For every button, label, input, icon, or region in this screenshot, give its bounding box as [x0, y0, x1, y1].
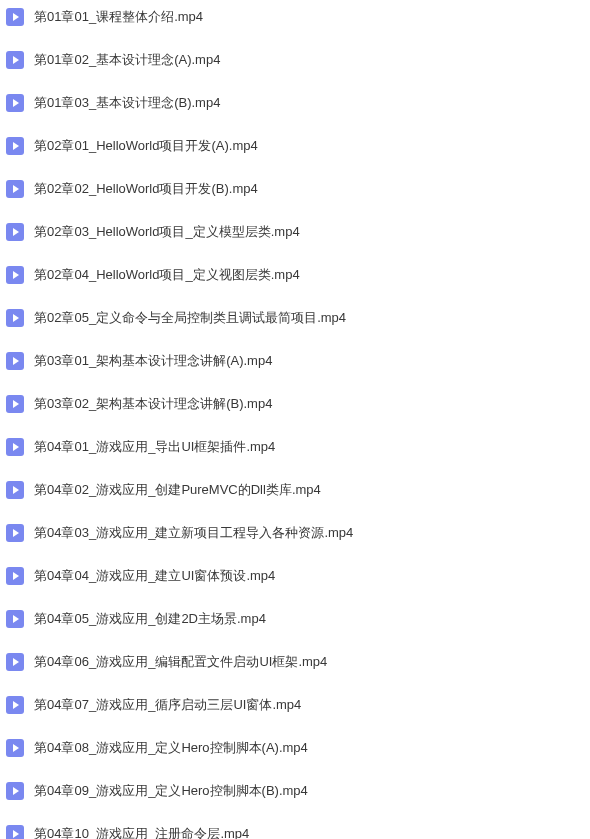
play-triangle-icon — [13, 486, 19, 494]
file-name-label: 第02章02_HelloWorld项目开发(B).mp4 — [34, 181, 258, 197]
play-triangle-icon — [13, 13, 19, 21]
file-name-label: 第04章04_游戏应用_建立UI窗体预设.mp4 — [34, 568, 275, 584]
file-item[interactable]: 第04章02_游戏应用_创建PureMVC的Dll类库.mp4 — [6, 481, 590, 499]
play-triangle-icon — [13, 56, 19, 64]
play-triangle-icon — [13, 615, 19, 623]
play-triangle-icon — [13, 228, 19, 236]
file-name-label: 第01章03_基本设计理念(B).mp4 — [34, 95, 220, 111]
file-item[interactable]: 第04章09_游戏应用_定义Hero控制脚本(B).mp4 — [6, 782, 590, 800]
file-list: 第01章01_课程整体介绍.mp4第01章02_基本设计理念(A).mp4第01… — [6, 8, 590, 839]
play-triangle-icon — [13, 658, 19, 666]
file-item[interactable]: 第04章07_游戏应用_循序启动三层UI窗体.mp4 — [6, 696, 590, 714]
play-triangle-icon — [13, 357, 19, 365]
play-triangle-icon — [13, 185, 19, 193]
file-name-label: 第03章02_架构基本设计理念讲解(B).mp4 — [34, 396, 272, 412]
file-item[interactable]: 第02章04_HelloWorld项目_定义视图层类.mp4 — [6, 266, 590, 284]
file-item[interactable]: 第03章02_架构基本设计理念讲解(B).mp4 — [6, 395, 590, 413]
video-file-icon — [6, 524, 24, 542]
file-name-label: 第02章05_定义命令与全局控制类且调试最简项目.mp4 — [34, 310, 346, 326]
file-item[interactable]: 第01章02_基本设计理念(A).mp4 — [6, 51, 590, 69]
file-name-label: 第02章04_HelloWorld项目_定义视图层类.mp4 — [34, 267, 300, 283]
file-name-label: 第04章08_游戏应用_定义Hero控制脚本(A).mp4 — [34, 740, 308, 756]
file-item[interactable]: 第04章05_游戏应用_创建2D主场景.mp4 — [6, 610, 590, 628]
file-item[interactable]: 第04章06_游戏应用_编辑配置文件启动UI框架.mp4 — [6, 653, 590, 671]
video-file-icon — [6, 438, 24, 456]
file-name-label: 第04章07_游戏应用_循序启动三层UI窗体.mp4 — [34, 697, 301, 713]
file-name-label: 第04章03_游戏应用_建立新项目工程导入各种资源.mp4 — [34, 525, 353, 541]
file-name-label: 第04章09_游戏应用_定义Hero控制脚本(B).mp4 — [34, 783, 308, 799]
video-file-icon — [6, 567, 24, 585]
play-triangle-icon — [13, 142, 19, 150]
file-item[interactable]: 第03章01_架构基本设计理念讲解(A).mp4 — [6, 352, 590, 370]
file-name-label: 第04章01_游戏应用_导出UI框架插件.mp4 — [34, 439, 275, 455]
play-triangle-icon — [13, 572, 19, 580]
file-item[interactable]: 第04章08_游戏应用_定义Hero控制脚本(A).mp4 — [6, 739, 590, 757]
video-file-icon — [6, 94, 24, 112]
file-name-label: 第01章01_课程整体介绍.mp4 — [34, 9, 203, 25]
file-name-label: 第03章01_架构基本设计理念讲解(A).mp4 — [34, 353, 272, 369]
video-file-icon — [6, 696, 24, 714]
video-file-icon — [6, 481, 24, 499]
play-triangle-icon — [13, 787, 19, 795]
file-item[interactable]: 第02章02_HelloWorld项目开发(B).mp4 — [6, 180, 590, 198]
video-file-icon — [6, 8, 24, 26]
file-name-label: 第04章05_游戏应用_创建2D主场景.mp4 — [34, 611, 266, 627]
play-triangle-icon — [13, 443, 19, 451]
file-name-label: 第01章02_基本设计理念(A).mp4 — [34, 52, 220, 68]
video-file-icon — [6, 180, 24, 198]
file-item[interactable]: 第04章03_游戏应用_建立新项目工程导入各种资源.mp4 — [6, 524, 590, 542]
file-item[interactable]: 第01章03_基本设计理念(B).mp4 — [6, 94, 590, 112]
file-item[interactable]: 第02章03_HelloWorld项目_定义模型层类.mp4 — [6, 223, 590, 241]
play-triangle-icon — [13, 529, 19, 537]
file-name-label: 第02章03_HelloWorld项目_定义模型层类.mp4 — [34, 224, 300, 240]
file-item[interactable]: 第04章01_游戏应用_导出UI框架插件.mp4 — [6, 438, 590, 456]
file-item[interactable]: 第04章10_游戏应用_注册命令层.mp4 — [6, 825, 590, 839]
file-item[interactable]: 第02章05_定义命令与全局控制类且调试最简项目.mp4 — [6, 309, 590, 327]
file-item[interactable]: 第04章04_游戏应用_建立UI窗体预设.mp4 — [6, 567, 590, 585]
file-name-label: 第02章01_HelloWorld项目开发(A).mp4 — [34, 138, 258, 154]
video-file-icon — [6, 395, 24, 413]
play-triangle-icon — [13, 314, 19, 322]
file-name-label: 第04章10_游戏应用_注册命令层.mp4 — [34, 826, 249, 839]
file-item[interactable]: 第01章01_课程整体介绍.mp4 — [6, 8, 590, 26]
file-name-label: 第04章02_游戏应用_创建PureMVC的Dll类库.mp4 — [34, 482, 321, 498]
video-file-icon — [6, 825, 24, 839]
file-item[interactable]: 第02章01_HelloWorld项目开发(A).mp4 — [6, 137, 590, 155]
video-file-icon — [6, 352, 24, 370]
video-file-icon — [6, 137, 24, 155]
video-file-icon — [6, 309, 24, 327]
play-triangle-icon — [13, 701, 19, 709]
play-triangle-icon — [13, 400, 19, 408]
video-file-icon — [6, 266, 24, 284]
video-file-icon — [6, 610, 24, 628]
play-triangle-icon — [13, 744, 19, 752]
video-file-icon — [6, 782, 24, 800]
video-file-icon — [6, 223, 24, 241]
video-file-icon — [6, 739, 24, 757]
video-file-icon — [6, 51, 24, 69]
play-triangle-icon — [13, 271, 19, 279]
video-file-icon — [6, 653, 24, 671]
file-name-label: 第04章06_游戏应用_编辑配置文件启动UI框架.mp4 — [34, 654, 327, 670]
play-triangle-icon — [13, 99, 19, 107]
play-triangle-icon — [13, 830, 19, 838]
